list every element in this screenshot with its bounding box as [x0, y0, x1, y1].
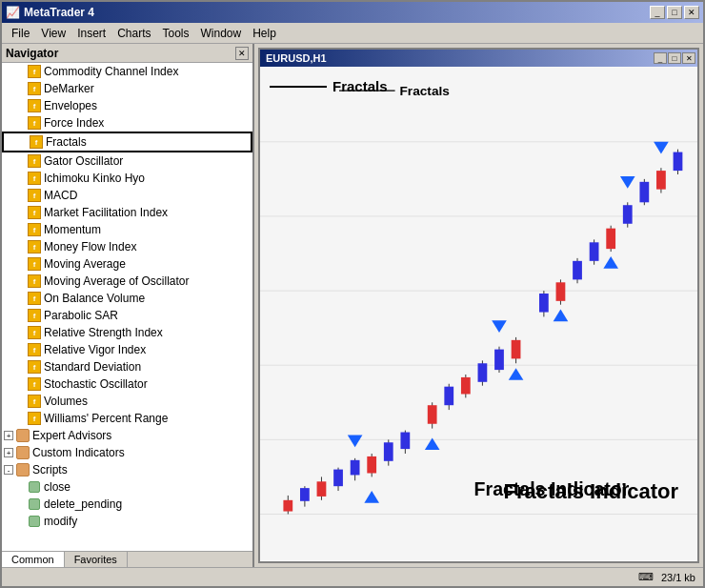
list-item[interactable]: f Relative Strength Index [2, 324, 252, 341]
fractals-item[interactable]: f Fractals [2, 132, 252, 152]
indicator-icon: f [27, 376, 42, 392]
svg-rect-34 [512, 340, 521, 359]
list-item[interactable]: f MACD [2, 187, 252, 204]
svg-rect-16 [351, 460, 360, 476]
tab-common[interactable]: Common [2, 552, 65, 567]
title-bar-text: 📈 MetaTrader 4 [6, 6, 94, 19]
expand-icon[interactable]: - [4, 465, 13, 475]
app-icon: 📈 [6, 6, 20, 19]
inner-minimize[interactable]: _ [654, 52, 667, 64]
expand-icon[interactable]: + [4, 448, 13, 457]
indicator-icon: f [27, 222, 42, 237]
inner-window: EURUSD,H1 _ □ ✕ Fractals Fractals Indica… [258, 48, 699, 563]
custom-indicators-item[interactable]: + Custom Indicators [2, 444, 252, 461]
fractals-label: Fractals [270, 78, 388, 94]
list-item[interactable]: f Envelopes [2, 97, 252, 114]
expand-icon[interactable]: + [4, 431, 13, 440]
folder-icon [15, 462, 30, 477]
svg-rect-40 [573, 261, 582, 280]
folder-icon [15, 428, 30, 443]
indicator-icon: f [27, 411, 42, 426]
list-item[interactable]: f Market Facilitation Index [2, 204, 252, 221]
expert-advisors-item[interactable]: + Expert Advisors [2, 427, 252, 444]
inner-close[interactable]: ✕ [682, 52, 695, 64]
navigator-title: Navigator [6, 47, 58, 60]
indicator-icon: f [27, 205, 42, 220]
list-item[interactable]: f Money Flow Index [2, 238, 252, 255]
svg-rect-38 [556, 282, 566, 301]
navigator-tabs: Common Favorites [2, 551, 252, 567]
list-item[interactable]: f On Balance Volume [2, 290, 252, 307]
list-item[interactable]: f Moving Average [2, 255, 252, 273]
inner-maximize[interactable]: □ [668, 52, 681, 64]
indicator-icon: f [27, 153, 42, 169]
list-item[interactable]: f Volumes [2, 393, 252, 410]
list-item[interactable]: f DeMarker [2, 80, 252, 97]
navigator-body[interactable]: f Commodity Channel Index f DeMarker f E… [2, 63, 252, 551]
list-item[interactable]: f Stochastic Oscillator [2, 375, 252, 393]
list-item[interactable]: f Ichimoku Kinko Hyo [2, 170, 252, 187]
svg-rect-52 [674, 152, 683, 172]
script-icon [27, 514, 42, 529]
svg-rect-8 [283, 500, 292, 512]
list-item[interactable]: f Relative Vigor Index [2, 341, 252, 358]
svg-rect-44 [606, 229, 615, 249]
indicator-icon: f [27, 115, 42, 131]
list-item[interactable]: f Momentum [2, 221, 252, 238]
svg-rect-22 [400, 433, 410, 450]
indicator-icon: f [27, 359, 42, 375]
menu-view[interactable]: View [35, 25, 71, 42]
maximize-button[interactable]: □ [667, 6, 682, 19]
main-content: Navigator ✕ f Commodity Channel Index f … [2, 44, 703, 567]
indicator-icon: f [27, 98, 42, 113]
indicator-icon: f [27, 274, 42, 289]
menu-insert[interactable]: Insert [71, 25, 111, 42]
list-item[interactable]: f Moving Average of Oscillator [2, 273, 252, 290]
menu-charts[interactable]: Charts [111, 25, 156, 42]
menu-window[interactable]: Window [195, 25, 248, 42]
list-item[interactable]: f Gator Oscillator [2, 152, 252, 170]
status-bar: ⌨ 23/1 kb [2, 567, 703, 586]
list-item[interactable]: modify [2, 513, 252, 530]
indicator-icon: f [27, 256, 42, 272]
svg-rect-36 [539, 294, 549, 313]
fractals-indicator-label: Fractals Indicator [504, 479, 678, 504]
tab-favorites[interactable]: Favorites [65, 552, 128, 567]
list-item[interactable]: close [2, 478, 252, 496]
navigator-panel: Navigator ✕ f Commodity Channel Index f … [2, 44, 254, 567]
minimize-button[interactable]: _ [650, 6, 665, 19]
list-item[interactable]: f Parabolic SAR [2, 307, 252, 324]
list-item[interactable]: f Commodity Channel Index [2, 63, 252, 80]
status-info: 23/1 kb [661, 572, 695, 583]
navigator-close-button[interactable]: ✕ [235, 47, 249, 60]
menu-help[interactable]: Help [247, 25, 282, 42]
list-item[interactable]: delete_pending [2, 496, 252, 513]
chart-content: Fractals Fractals Indicator [260, 67, 697, 561]
svg-rect-50 [656, 171, 666, 190]
menu-file[interactable]: File [6, 25, 35, 42]
menu-tools[interactable]: Tools [157, 25, 195, 42]
svg-rect-46 [623, 205, 633, 224]
indicator-icon: f [27, 308, 42, 323]
list-item[interactable]: f Force Index [2, 114, 252, 132]
svg-rect-18 [367, 456, 376, 474]
indicator-icon: f [27, 171, 42, 186]
svg-rect-10 [300, 488, 310, 501]
script-icon [27, 497, 42, 512]
list-item[interactable]: f Standard Deviation [2, 358, 252, 375]
indicator-icon: f [27, 64, 42, 79]
title-bar-controls: _ □ ✕ [650, 6, 699, 19]
svg-rect-20 [384, 442, 393, 461]
svg-rect-14 [333, 470, 343, 487]
inner-controls: _ □ ✕ [654, 52, 695, 64]
close-button[interactable]: ✕ [684, 6, 699, 19]
svg-rect-24 [428, 405, 437, 424]
svg-rect-48 [639, 182, 649, 202]
scripts-item[interactable]: - Scripts [2, 461, 252, 478]
svg-text:Fractals: Fractals [399, 84, 450, 98]
svg-rect-28 [461, 377, 471, 395]
svg-rect-30 [478, 363, 488, 382]
list-item[interactable]: f Williams' Percent Range [2, 410, 252, 427]
indicator-icon: f [29, 134, 44, 150]
keyboard-icon: ⌨ [638, 571, 654, 583]
